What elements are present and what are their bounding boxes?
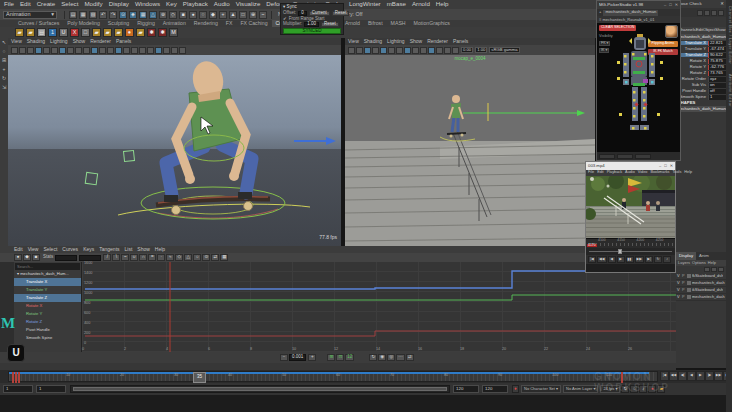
layer-menu-item[interactable]: Options (692, 261, 706, 265)
channel-value-field[interactable]: -62.776 (708, 65, 726, 70)
video-seek-bar[interactable] (586, 248, 675, 255)
graph-tool-icon[interactable]: ● (14, 254, 22, 261)
transport-button[interactable]: ▶| (645, 256, 653, 263)
toolbar-icon[interactable]: ▤ (69, 11, 77, 19)
toolbar-icon[interactable]: □ (239, 11, 247, 19)
viewport-menu-item[interactable]: Panels (453, 39, 468, 44)
toolbar-icon[interactable]: ■ (179, 11, 187, 19)
panel-icon[interactable] (697, 10, 703, 16)
anim-end-field[interactable]: 120 (482, 385, 508, 393)
tangent-tool-icon[interactable]: ~ (121, 254, 129, 261)
layer-color-swatch[interactable] (687, 274, 691, 278)
tangent-tool-icon[interactable]: · (157, 254, 165, 261)
current-frame-marker[interactable]: 35 (193, 372, 206, 383)
viewport-icon[interactable] (35, 47, 42, 54)
shelf-icon[interactable]: ▤ (37, 28, 46, 37)
layer-color-swatch[interactable] (687, 288, 691, 292)
stats-value-field[interactable] (79, 255, 101, 261)
video-frame[interactable] (586, 176, 675, 238)
new-layer-icon[interactable] (718, 267, 724, 272)
menu-item[interactable]: Playback (183, 1, 208, 7)
toolbar-icon[interactable]: + (219, 11, 227, 19)
clear-selection-button[interactable]: CLEAR SELECTION (599, 25, 636, 31)
outliner-channel-name[interactable]: Rotate Y (26, 312, 42, 316)
playback-button[interactable]: ▶ (696, 371, 705, 381)
close-icon[interactable]: ✕ (720, 2, 724, 6)
tangent-tool-icon[interactable]: ∩ (139, 254, 147, 261)
shelf-icon[interactable]: ✱ (158, 28, 167, 37)
menu-item[interactable]: Key (166, 1, 177, 7)
view-transform-dropdown[interactable]: sRGB gamma (489, 47, 519, 53)
viewport-icon[interactable] (388, 47, 395, 54)
sync-panel-header[interactable]: ▾ Sync (283, 5, 341, 10)
keyframe-tick[interactable] (15, 372, 17, 383)
channel-value-field[interactable]: 1 (708, 95, 726, 100)
channel-box-menu-item[interactable]: Show (715, 28, 725, 32)
toolbar-icon[interactable]: ▦ (139, 11, 147, 19)
viewport-menu-item[interactable]: Panels (116, 39, 131, 44)
outliner-channel-row[interactable]: Pivot Handle (14, 326, 81, 334)
minimize-icon[interactable]: – (664, 3, 666, 7)
channel-value-field[interactable]: xyz (708, 77, 726, 82)
graph-menu-item[interactable]: Show (137, 247, 150, 252)
step-value-field[interactable]: 0.001 (289, 354, 306, 361)
outliner-channel-row[interactable]: Rotate Y (14, 310, 81, 318)
outliner-channel-name[interactable]: Translate Y (26, 288, 47, 292)
graph-tool-icon[interactable]: ■ (32, 254, 40, 261)
outliner-channel-name[interactable]: Rotate X (26, 304, 42, 308)
channel-value-field[interactable]: 73.765 (708, 71, 726, 76)
layer-row[interactable]: V P ikSkateboard_dsh (676, 287, 726, 294)
footer-icon[interactable]: ◎ (387, 354, 395, 361)
viewport-menu-item[interactable]: Lighting (387, 39, 405, 44)
viewport-icon[interactable] (428, 47, 435, 54)
viewport-icon[interactable] (19, 47, 26, 54)
viewport-icon[interactable] (91, 47, 98, 54)
animation-curves[interactable] (82, 262, 676, 352)
shelf-icon[interactable]: ✱ (147, 28, 156, 37)
viewport-icon[interactable] (51, 47, 58, 54)
video-menu-item[interactable]: File (588, 171, 594, 175)
outliner-channel-name[interactable]: Smooth Spine (26, 336, 52, 340)
toolbar-icon[interactable]: ◈ (129, 11, 137, 19)
tangent-tool-icon[interactable]: ∪ (130, 254, 138, 261)
transport-button[interactable]: ▶▶ (635, 256, 645, 263)
shelf-icon[interactable]: 1 (48, 28, 57, 37)
outliner-channel-row[interactable]: Translate Y (14, 286, 81, 294)
graph-menu-item[interactable]: Keys (83, 247, 94, 252)
panel-icon[interactable] (718, 10, 724, 16)
tangent-tool-icon[interactable]: ≈ (166, 254, 174, 261)
tangent-tool-icon[interactable]: = (148, 254, 156, 261)
viewport-icon[interactable] (107, 47, 114, 54)
menu-item[interactable]: Modify (84, 1, 102, 7)
shelf-icon[interactable]: ▰ (92, 28, 101, 37)
maximize-icon[interactable]: □ (664, 164, 666, 168)
seek-handle[interactable] (618, 249, 622, 254)
toolbar-icon[interactable]: ▧ (89, 11, 97, 19)
snap-icon[interactable]: ⊡ (336, 354, 344, 361)
viewport-icon[interactable] (436, 47, 443, 54)
viewport-icon[interactable] (396, 47, 403, 54)
playback-end-field[interactable]: 120 (453, 385, 479, 393)
outliner-channel-name[interactable]: Pivot Handle (26, 328, 50, 332)
layer-row[interactable]: V P mechanitech_dash (676, 294, 726, 301)
toolbar-icon[interactable]: ↶ (99, 11, 107, 19)
tangent-tool-icon[interactable]: ○ (193, 254, 201, 261)
graph-menu-item[interactable]: Curves (62, 247, 78, 252)
viewport-perspective[interactable]: ViewShadingLightingShowRendererPanels (8, 38, 341, 246)
viewport-icon[interactable] (444, 47, 451, 54)
playback-button[interactable]: |▶ (705, 371, 714, 381)
footer-icon[interactable]: ◉ (378, 354, 386, 361)
menu-item[interactable]: Visualize (236, 1, 261, 7)
viewport-icon[interactable] (115, 47, 122, 54)
new-layer-icon[interactable] (711, 267, 717, 272)
shelf-icon[interactable]: ▰ (26, 28, 35, 37)
gamma-field[interactable]: 1.00 (475, 47, 487, 53)
viewport-icon[interactable] (356, 47, 363, 54)
menu-item[interactable]: File (4, 1, 14, 7)
tool-icon[interactable]: ⇲ (2, 85, 6, 94)
layer-name[interactable]: fkSkateboard_dsh (692, 274, 723, 278)
layer-row[interactable]: V P mechanitech_dash (676, 280, 726, 287)
menu-item[interactable]: Audio (214, 1, 230, 7)
offset-input[interactable]: 0 (298, 11, 307, 16)
video-menu-item[interactable]: Edit (597, 171, 604, 175)
